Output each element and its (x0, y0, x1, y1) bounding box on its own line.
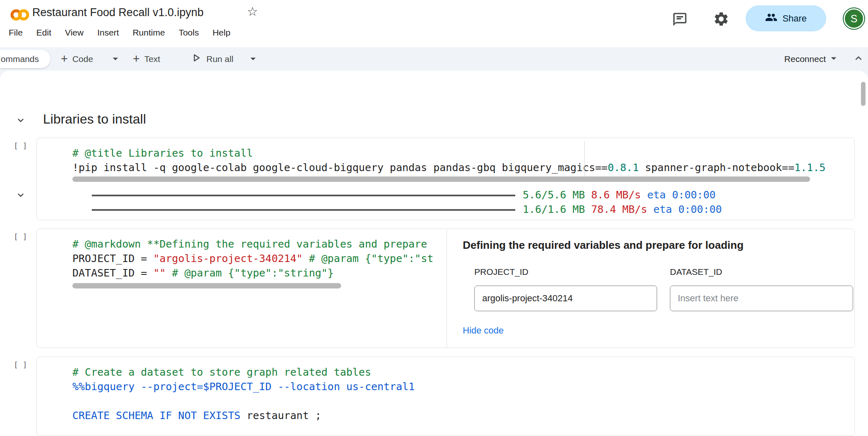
code-editor[interactable]: # @title Libraries to install !pip insta… (37, 138, 854, 175)
code-comment: # @param {"type":"st (303, 253, 433, 264)
code-editor[interactable]: # @markdown **Defining the required vari… (37, 229, 854, 280)
horizontal-scrollbar[interactable] (72, 283, 341, 288)
output-collapse-chevron-icon[interactable] (15, 189, 26, 203)
run-all-chevron-icon[interactable] (247, 52, 259, 67)
header: Restaurant Food Recall v1.0.ipynb ☆ File… (0, 0, 868, 47)
code-text: spanner-graph-notebook== (639, 162, 794, 174)
add-code-button[interactable]: + Code (61, 47, 93, 71)
comment-icon[interactable] (672, 12, 688, 29)
run-cell-indicator[interactable]: [ ] (14, 360, 27, 369)
menu-insert[interactable]: Insert (97, 28, 119, 38)
vertical-scrollbar[interactable] (861, 82, 866, 106)
colab-window: Restaurant Food Recall v1.0.ipynb ☆ File… (0, 0, 868, 436)
code-comment: # Create a dataset to store graph relate… (72, 366, 371, 378)
project-id-input[interactable] (474, 286, 657, 311)
code-editor[interactable]: # Create a dataset to store graph relate… (37, 357, 854, 423)
section-collapse-chevron-icon[interactable] (15, 114, 26, 128)
cell-output: 5.6/5.6 MB8.6 MB/seta 0:00:00 1.6/1.6 MB… (92, 188, 722, 217)
code-text: PROJECT_ID = (72, 253, 153, 264)
notebook-title[interactable]: Restaurant Food Recall v1.0.ipynb (32, 5, 203, 19)
code-magic: %%bigquery --project=$PROJECT_ID --locat… (72, 381, 415, 393)
horizontal-scrollbar[interactable] (72, 176, 810, 182)
share-label: Share (782, 13, 807, 24)
dataset-id-label: DATASET_ID (670, 267, 722, 277)
menu-tools[interactable]: Tools (179, 28, 199, 38)
add-text-label: Text (144, 54, 160, 64)
add-code-chevron-icon[interactable] (109, 52, 122, 67)
code-form-divider (447, 229, 447, 348)
menu-edit[interactable]: Edit (36, 28, 51, 38)
code-cell-create-schema: # Create a dataset to store graph relate… (36, 357, 855, 436)
download-size: 1.6/1.6 MB (523, 203, 585, 215)
menu-view[interactable]: View (65, 28, 84, 38)
commands-label: ommands (1, 54, 39, 64)
form-title: Defining the required variables and prep… (463, 239, 744, 252)
progress-bar (92, 195, 515, 196)
code-number: 0.8.1 (607, 162, 638, 174)
download-speed: 78.4 MB/s (591, 203, 647, 215)
code-number: 1.1.5 (794, 162, 825, 174)
column-ruler (584, 141, 585, 179)
plus-icon: + (133, 53, 140, 65)
sql-keywords: CREATE SCHEMA IF NOT EXISTS (72, 410, 240, 422)
run-all-button[interactable]: Run all (190, 47, 233, 71)
download-size: 5.6/5.6 MB (523, 189, 585, 201)
code-text: DATASET_ID = (72, 267, 153, 279)
run-all-label: Run all (206, 54, 233, 64)
settings-gear-icon[interactable] (713, 11, 729, 29)
progress-bar (92, 209, 515, 211)
run-cell-indicator[interactable]: [ ] (14, 141, 27, 150)
project-id-label: PROJECT_ID (474, 267, 528, 277)
pip-progress-line: 5.6/5.6 MB8.6 MB/seta 0:00:00 (92, 188, 722, 202)
menu-help[interactable]: Help (213, 28, 230, 38)
avatar-initial: S (851, 13, 858, 25)
section-title[interactable]: Libraries to install (43, 112, 146, 127)
hide-code-link[interactable]: Hide code (463, 325, 504, 336)
download-speed: 8.6 MB/s (591, 189, 641, 201)
toolbar-right: Reconnect (784, 47, 865, 71)
code-comment: # @markdown **Defining the required vari… (72, 238, 427, 250)
reconnect-chevron-icon[interactable] (827, 52, 840, 66)
star-icon[interactable]: ☆ (247, 4, 258, 19)
plus-icon: + (61, 53, 68, 65)
code-text: !pip install -q google-colab google-clou… (72, 162, 607, 174)
code-comment: # @param {"type":"string"} (166, 267, 334, 279)
download-eta: eta 0:00:00 (653, 203, 722, 215)
commands-button[interactable]: ommands (0, 50, 50, 68)
share-button[interactable]: Share (746, 5, 826, 31)
menubar: File Edit View Insert Runtime Tools Help (9, 28, 230, 38)
add-text-button[interactable]: + Text (133, 47, 160, 71)
code-cell-pip-install: # @title Libraries to install !pip insta… (36, 138, 855, 220)
download-eta: eta 0:00:00 (647, 189, 716, 201)
code-cell-params-form: # @markdown **Defining the required vari… (36, 229, 855, 348)
code-string: "argolis-project-340214" (153, 253, 303, 264)
reconnect-button[interactable]: Reconnect (784, 54, 826, 64)
collapse-toolbar-chevron-up-icon[interactable] (852, 52, 865, 66)
toolbar: ommands + Code + Text Run all Reconnect (0, 47, 868, 71)
play-icon (190, 52, 202, 66)
pip-progress-line: 1.6/1.6 MB78.4 MB/seta 0:00:00 (92, 202, 722, 217)
colab-logo-icon[interactable] (10, 6, 30, 24)
add-code-label: Code (72, 54, 93, 64)
code-string: "" (153, 267, 166, 279)
avatar[interactable]: S (844, 8, 864, 29)
menu-runtime[interactable]: Runtime (133, 28, 165, 38)
dataset-id-input[interactable] (670, 286, 853, 311)
people-icon (765, 11, 777, 26)
menu-file[interactable]: File (9, 28, 23, 38)
code-comment: # @title Libraries to install (72, 147, 253, 159)
run-cell-indicator[interactable]: [ ] (14, 232, 27, 241)
code-text: restaurant ; (240, 410, 321, 422)
